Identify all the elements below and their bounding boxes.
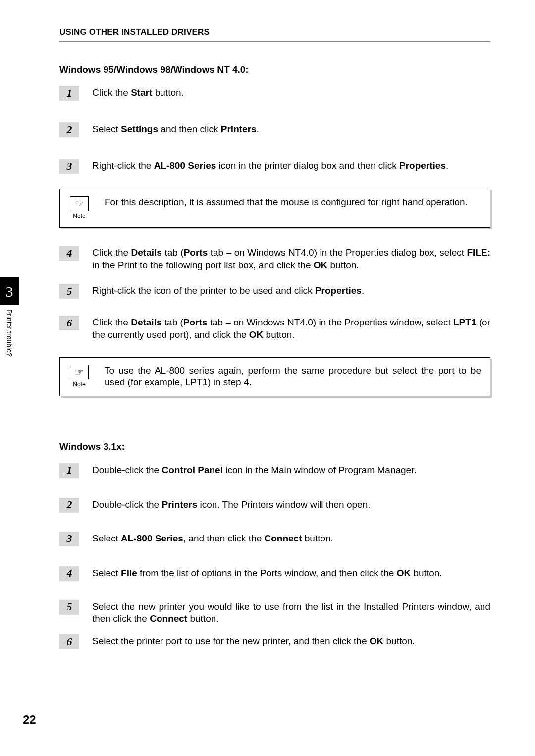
page-header-rule: USING OTHER INSTALLED DRIVERS bbox=[59, 26, 490, 42]
step-row: 5Right-click the icon of the printer to … bbox=[59, 284, 490, 299]
step-row: 6Select the printer port to use for the … bbox=[59, 634, 490, 649]
step-row: 1Double-click the Control Panel icon in … bbox=[59, 463, 490, 478]
section-heading-win31x: Windows 3.1x: bbox=[59, 441, 490, 453]
step-number: 6 bbox=[59, 316, 79, 330]
step-text: Click the Details tab (Ports tab – on Wi… bbox=[92, 246, 490, 271]
step-row: 3Right-click the AL-800 Series icon in t… bbox=[59, 159, 490, 174]
note-label: Note bbox=[73, 213, 85, 220]
step-row: 1Click the Start button. bbox=[59, 86, 490, 101]
step-text: Double-click the Printers icon. The Prin… bbox=[92, 498, 490, 511]
step-number: 3 bbox=[59, 532, 79, 546]
step-row: 4Select File from the list of options in… bbox=[59, 566, 490, 581]
step-number: 2 bbox=[59, 498, 79, 513]
step-text: Select the printer port to use for the n… bbox=[92, 634, 490, 648]
step-text: Select File from the list of options in … bbox=[92, 566, 490, 580]
step-text: Right-click the icon of the printer to b… bbox=[92, 284, 490, 297]
step-row: 4Click the Details tab (Ports tab – on W… bbox=[59, 246, 490, 271]
note-box-mouse: ☞ Note For this description, it is assum… bbox=[59, 189, 490, 228]
step-text: Click the Start button. bbox=[92, 86, 490, 99]
note-box-reuse: ☞ Note To use the AL-800 series again, p… bbox=[59, 357, 490, 396]
page-header-title: USING OTHER INSTALLED DRIVERS bbox=[59, 27, 210, 37]
section-heading-win9x: Windows 95/Windows 98/Windows NT 4.0: bbox=[59, 64, 490, 76]
step-row: 6Click the Details tab (Ports tab – on W… bbox=[59, 316, 490, 341]
step-row: 2Select Settings and then click Printers… bbox=[59, 122, 490, 137]
step-number: 1 bbox=[59, 86, 79, 101]
note-text: For this description, it is assumed that… bbox=[105, 196, 481, 209]
step-number: 4 bbox=[59, 246, 79, 261]
page-number: 22 bbox=[23, 712, 36, 727]
step-number: 5 bbox=[59, 284, 79, 299]
step-row: 3Select AL-800 Series, and then click th… bbox=[59, 532, 490, 546]
note-icon: ☞ bbox=[70, 365, 89, 379]
note-icon-column: ☞ Note bbox=[67, 196, 92, 220]
note-icon-column: ☞ Note bbox=[67, 365, 92, 389]
step-row: 5Select the new printer you would like t… bbox=[59, 600, 490, 625]
step-number: 5 bbox=[59, 600, 79, 615]
step-text: Select AL-800 Series, and then click the… bbox=[92, 532, 490, 545]
step-number: 3 bbox=[59, 159, 79, 174]
step-text: Select the new printer you would like to… bbox=[92, 600, 490, 625]
step-number: 6 bbox=[59, 634, 79, 649]
step-text: Click the Details tab (Ports tab – on Wi… bbox=[92, 316, 490, 341]
step-text: Select Settings and then click Printers. bbox=[92, 122, 490, 136]
note-icon: ☞ bbox=[70, 196, 89, 211]
note-text: To use the AL-800 series again, perform … bbox=[105, 365, 481, 389]
note-label: Note bbox=[73, 381, 85, 389]
step-row: 2Double-click the Printers icon. The Pri… bbox=[59, 498, 490, 513]
step-number: 4 bbox=[59, 566, 79, 581]
step-text: Double-click the Control Panel icon in t… bbox=[92, 463, 490, 477]
step-number: 2 bbox=[59, 122, 79, 137]
step-text: Right-click the AL-800 Series icon in th… bbox=[92, 159, 490, 172]
step-number: 1 bbox=[59, 463, 79, 478]
